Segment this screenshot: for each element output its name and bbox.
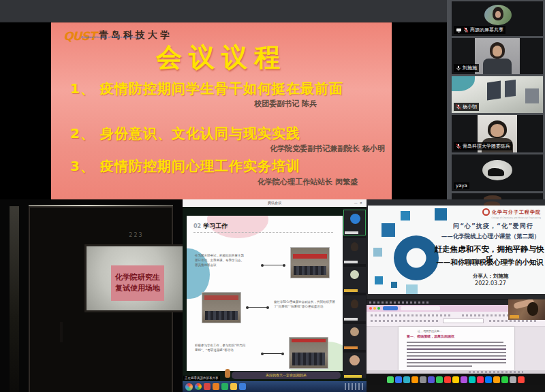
zoom-icon[interactable] [377,307,380,310]
dock-icon[interactable] [411,376,418,383]
stage-top-bar [0,0,447,22]
shared-slide-text-1: 作为团支部书记，积极组织开展主题团日活动、主题党课、专题学习会、团员推优等会议 [195,254,244,267]
participant-tile-partial[interactable] [452,193,543,199]
door: 223 化学院研究生 复试使用场地 [29,206,173,392]
minimize-icon[interactable]: — [354,201,360,205]
door-handle [60,322,63,342]
square-graphic [391,282,397,288]
door-video-feed[interactable]: 223 化学院研究生 复试使用场地 [0,199,183,392]
square-graphic [406,284,418,294]
dock-icon[interactable] [428,376,435,383]
system-tray [345,383,365,390]
participant-tile-yangxiaoming[interactable]: 杨小明 [452,76,543,113]
watching-share-label: 正在观看高源的屏幕共享 [183,376,220,380]
participant-video [475,38,520,74]
avatar [484,5,512,25]
dock-icon[interactable] [469,376,476,383]
mini-tile [343,353,366,378]
taskbar-icon[interactable] [213,383,219,390]
connector-line [263,265,283,265]
participant-tile-chenbing[interactable]: 青岛科技大学团委陈兵 [452,115,543,152]
mac-dock [367,374,545,385]
psychology-slide: 化学与分子工程学院 College of Chemistry and Molec… [368,206,545,294]
donut-graphic [394,235,439,280]
meeting-window: QUST 青岛科技大学 Qingdao University of Scienc… [0,0,545,392]
mic-muted-icon [463,27,469,33]
document-tab[interactable] [401,306,440,310]
mini-tile [343,295,366,321]
presenter-camera-overlay[interactable] [508,299,545,320]
dock-icon[interactable] [461,376,467,383]
taskbar-icon[interactable] [204,383,211,390]
close-icon[interactable]: ✕ [360,201,364,205]
dock-icon[interactable] [518,376,525,383]
taskbar-icon[interactable] [221,383,228,390]
square-graphic [375,276,383,284]
college-logo-icon [482,208,490,216]
participant-name-label: 杨小明 [454,103,479,111]
activity-photo-2 [202,292,241,323]
document-intro-line: 让，与同学们共勉： [418,329,442,333]
dock-icon[interactable] [477,376,484,383]
agenda-item-3: 3、 疫情防控期间心理工作实务培训 [70,157,384,176]
participant-tile-gaoyuan[interactable]: 高源的屏幕共享 [452,1,543,36]
shared-slide-heading: 02学习工作 [193,222,228,231]
participant-tile-liushishi[interactable]: 刘施施 [452,38,543,74]
close-icon[interactable] [369,307,372,310]
shared-slide-text-3: 积极参与学生工作，参与组织“助力问爱我”、“考研送温暖”等活动 [195,344,248,353]
activity-photo-3 [289,337,328,369]
dock-icon[interactable] [493,376,500,383]
presenter-silhouette [527,302,538,316]
connector-line [248,307,267,308]
avatar [482,160,512,180]
taskbar-icon[interactable] [239,383,246,390]
minimize-icon[interactable] [373,307,376,310]
participant-name-label: 高源的屏幕共享 [454,26,505,34]
dock-icon[interactable] [452,376,459,383]
college-logo: 化学与分子工程学院 [482,208,541,216]
psychology-slide-feed[interactable]: 化学与分子工程学院 College of Chemistry and Molec… [367,199,545,299]
document-area: 让，与同学们共勉： 第一、接纳情绪，远离负面困扰 [367,327,545,370]
agenda-speaker-3: 化学院心理工作站站长 闵繁盛 [221,177,358,187]
slide-line-2: ——化学院线上心理小课堂（第二期） [436,233,545,241]
agenda-speaker-1: 校团委副书记 陈兵 [201,99,317,109]
active-tab[interactable] [383,306,398,310]
dock-icon[interactable] [403,376,410,383]
folder-icon[interactable] [230,383,237,390]
university-name-en: Qingdao University of Science & Technolo… [81,35,141,39]
agenda-slide: QUST 青岛科技大学 Qingdao University of Scienc… [51,22,392,199]
screen-share-video-feed[interactable]: 腾讯会议 —✕ 02学习工作 作为团支部书记，积极组织开展主题团日活动、主题党课… [183,199,367,392]
slide-date: 2022.03.27 [443,280,538,287]
dock-icon[interactable] [395,376,402,383]
windows-taskbar [183,381,367,392]
font-selector[interactable] [443,318,484,323]
shared-participant-strip [343,208,367,376]
slide-line-4: ——和你聊聊积极心理学的小知识 [435,258,545,267]
dock-icon[interactable] [444,376,451,383]
document-share-feed[interactable]: 让，与同学们共勉： 第一、接纳情绪，远离负面困扰 [367,299,545,392]
slide-line-1: 问“心”抗疫，“化”爱同行 [441,222,545,231]
room-number: 223 [84,232,183,238]
mini-tile [343,210,366,235]
dock-icon[interactable] [420,376,426,383]
main-shared-screen[interactable]: QUST 青岛科技大学 Qingdao University of Scienc… [0,22,447,199]
mic-icon [456,65,461,71]
divider [193,232,333,233]
caption-mascot [225,369,230,378]
document-heading: 第一、接纳情绪，远离负面困扰 [407,334,454,338]
square-graphic [382,223,395,237]
shared-window-titlebar: 腾讯会议 —✕ [183,199,367,207]
agenda-item-2: 2、 身份意识、文化认同与现实实践 [70,125,384,143]
participant-name-label: 青岛科技大学团委陈兵 [454,142,512,150]
shared-slide-text-2: 曾任学院心理健康协会副会长，共同组织开展了“问爱我”“悦爱我”等心理健康活动 [274,300,335,310]
dock-icon[interactable] [510,376,516,383]
dock-icon[interactable] [501,376,508,383]
browser-icon[interactable] [195,383,202,390]
participant-tile-yaya[interactable]: yaya [452,154,543,191]
dock-icon[interactable] [485,376,492,383]
connector-line [263,353,282,354]
door-sign: 化学院研究生 复试使用场地 [111,265,164,301]
dock-icon[interactable] [436,376,443,383]
start-button[interactable] [185,383,193,391]
dock-icon[interactable] [387,376,394,383]
